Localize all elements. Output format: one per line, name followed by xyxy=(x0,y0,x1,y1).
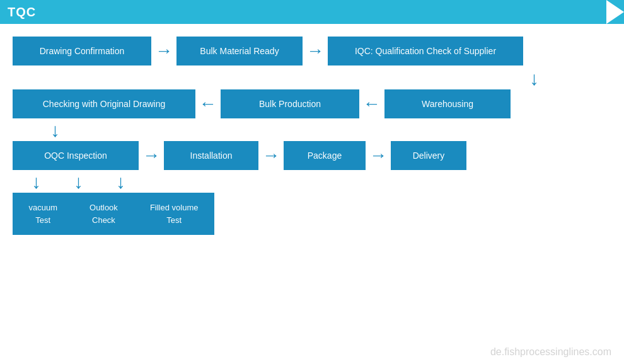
watermark: de.fishprocessinglines.com xyxy=(490,346,611,358)
main-content: Drawing Confirmation → Bulk Material Rea… xyxy=(0,24,624,241)
arrow-down-outlook-icon: ↓ xyxy=(74,173,83,191)
row2: Checking with Original Drawing → Bulk Pr… xyxy=(13,89,611,118)
oqc-box: OQC Inspection xyxy=(13,141,139,170)
down-arrow-iqc: ↓ xyxy=(13,69,611,88)
bulk-production-box: Bulk Production xyxy=(221,89,359,118)
warehousing-box: Warehousing xyxy=(384,89,511,118)
header-arrow xyxy=(606,0,624,24)
arrow-down-iqc-icon: ↓ xyxy=(529,69,539,88)
arrow-down-checking-icon: ↓ xyxy=(50,121,60,140)
down-arrow-checking: ↓ xyxy=(13,121,611,140)
arrow-right-1: → xyxy=(155,41,173,61)
drawing-confirmation-box: Drawing Confirmation xyxy=(13,37,151,65)
outlook-line1: Outlook xyxy=(90,202,118,214)
checking-box: Checking with Original Drawing xyxy=(13,89,195,118)
header: TQC xyxy=(0,0,624,24)
outlook-line2: Check xyxy=(92,214,115,227)
iqc-box: IQC: Qualification Check of Supplier xyxy=(328,37,523,65)
package-box: Package xyxy=(284,141,366,170)
arrow-left-2: → xyxy=(363,94,381,114)
vacuum-line2: Test xyxy=(35,214,50,227)
header-title: TQC xyxy=(8,5,36,20)
vacuum-test-box: vacuum Test xyxy=(23,199,64,229)
bottom-boxes: vacuum Test Outlook Check Filled volume … xyxy=(13,193,214,235)
outlook-check-box: Outlook Check xyxy=(83,199,124,229)
filled-line2: Test xyxy=(166,214,182,227)
delivery-box: Delivery xyxy=(391,141,466,170)
arrow-right-2: → xyxy=(306,41,324,61)
arrow-down-filled-icon: ↓ xyxy=(116,173,125,191)
arrow-right-4: → xyxy=(262,145,280,166)
row3: OQC Inspection → Installation → Package … xyxy=(13,141,611,170)
arrow-right-3: → xyxy=(142,145,160,166)
arrow-down-vacuum-icon: ↓ xyxy=(32,173,41,191)
installation-box: Installation xyxy=(164,141,258,170)
arrow-right-5: → xyxy=(369,145,387,166)
row1: Drawing Confirmation → Bulk Material Rea… xyxy=(13,37,611,65)
bulk-material-box: Bulk Material Ready xyxy=(176,37,303,65)
filled-line1: Filled volume xyxy=(150,202,199,214)
arrow-left-1: → xyxy=(199,94,217,114)
down-arrows-bottom: ↓ ↓ ↓ xyxy=(13,173,611,191)
filled-volume-box: Filled volume Test xyxy=(144,199,205,229)
vacuum-line1: vacuum xyxy=(29,202,58,214)
